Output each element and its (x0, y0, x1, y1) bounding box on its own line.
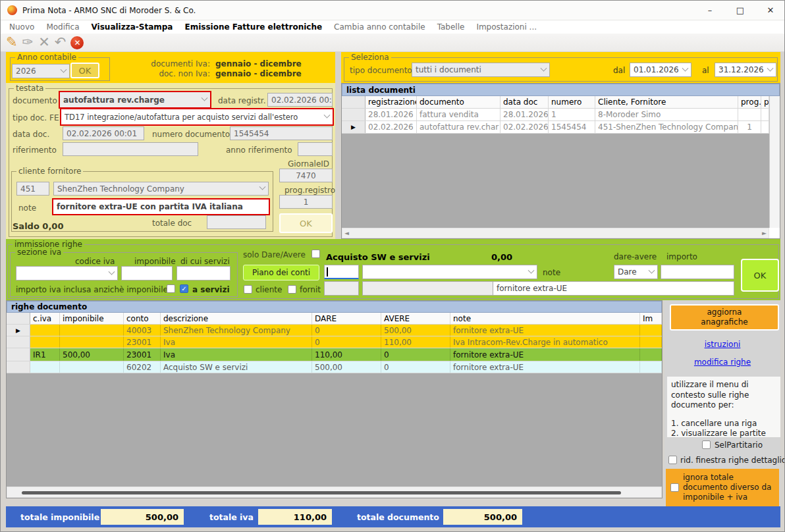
conto-amount-label: 0,00 (491, 252, 512, 262)
anno-ok-button[interactable]: OK (70, 63, 99, 78)
cliente-checkbox-label: cliente (256, 285, 282, 294)
delete-icon[interactable]: ✕ (38, 36, 50, 49)
chevron-down-icon (109, 268, 115, 275)
prog-registro-label: prog.registro (284, 186, 335, 195)
totale-iva-label: totale iva (209, 512, 254, 522)
edit-icon[interactable]: ✑ (22, 36, 34, 49)
menu-nuovo[interactable]: Nuovo (3, 22, 40, 32)
scroll-left-icon[interactable]: ◄ (344, 230, 349, 236)
dare-avere-dropdown[interactable]: Dare (614, 265, 658, 279)
numero-documento-field[interactable]: 1545454 (230, 126, 333, 140)
close-button[interactable]: ✕ (755, 1, 785, 20)
riferimento-label: riferimento (13, 146, 57, 155)
iva-inclusa-checkbox[interactable] (167, 284, 175, 293)
totale-iva-value: 110,00 (258, 509, 332, 525)
codice-iva-label: codice iva (75, 257, 115, 266)
tipo-documento-dropdown[interactable]: tutti i documenti (412, 63, 550, 77)
rid-finestra-checkbox[interactable] (668, 456, 677, 464)
solo-dare-avere-checkbox[interactable] (311, 250, 320, 258)
documento-dropdown[interactable]: autofattura rev.charge (60, 92, 210, 107)
table-row-highlighted[interactable]: IR1 500,00 23001 Iva 110,00 0 fornitore … (7, 348, 662, 361)
menu-bar: Nuovo Modifica Visualizza-Stampa Emissio… (1, 20, 785, 34)
sezione-iva-group: sezione iva codice iva imponibile di cui… (10, 252, 238, 297)
lista-vertical-scrollbar[interactable] (769, 96, 780, 228)
conto-code-input-2[interactable] (324, 281, 359, 296)
pencil-icon[interactable]: ✎ (6, 36, 18, 49)
info-item-2: 2. visualizzare le partite (671, 429, 776, 439)
giornale-id-label: GiornaleID (284, 159, 333, 169)
ignora-totale-checkbox[interactable] (670, 483, 679, 492)
table-row[interactable]: 60202 Acquisto SW e servizi 500,00 0 for… (7, 361, 662, 373)
doc-non-iva-label: doc. non Iva: (147, 69, 210, 78)
importo-label: importo (666, 252, 697, 261)
minimize-button[interactable]: – (695, 1, 725, 20)
cancel-icon[interactable]: ✕ (70, 36, 84, 49)
testata-ok-button[interactable]: OK (279, 213, 333, 233)
table-row[interactable]: ▶ 40003 ShenZhen Technology Company 0 50… (7, 325, 662, 336)
istruzioni-link[interactable]: istruzioni (664, 340, 780, 349)
piano-dei-conti-button[interactable]: Piano dei conti (243, 265, 319, 280)
fornit-checkbox-label: fornit (300, 285, 321, 294)
menu-impostazioni[interactable]: Impostazioni ... (470, 22, 543, 32)
righe-documento-header: righe documento (7, 301, 662, 313)
menu-cambia-anno[interactable]: Cambia anno contabile (328, 22, 431, 32)
scroll-right-icon[interactable]: ► (762, 230, 767, 236)
modifica-righe-link[interactable]: modifica righe (664, 358, 780, 367)
aggiorna-anagrafiche-button[interactable]: aggiorna anagrafiche (670, 304, 779, 331)
totale-imponibile-value: 500,00 (101, 509, 184, 525)
anno-contabile-legend: Anno contabile (15, 53, 78, 62)
menu-visualizza-stampa[interactable]: Visualizza-Stampa (86, 22, 179, 32)
documento-label: documento (13, 96, 57, 105)
table-row[interactable]: ▶ 02.02.2026 autofattura rev.char 02.02.… (342, 121, 769, 134)
a-servizi-checkbox[interactable]: ✓ (180, 284, 188, 293)
riferimento-field[interactable] (63, 142, 198, 156)
chevron-down-icon (528, 267, 535, 273)
totale-doc-field[interactable] (207, 215, 266, 229)
table-row[interactable]: 23001 Iva 0 110,00 Iva Intracom-Rev.Char… (7, 336, 662, 348)
menu-tabelle[interactable]: Tabelle (431, 22, 471, 32)
cliente-code-field[interactable]: 451 (16, 182, 49, 196)
toolbar: ✎ ✑ ✕ ↶ ✕ (1, 34, 785, 52)
al-date-dropdown[interactable]: 31.12.2026 (715, 63, 776, 77)
sel-partitario-label: SelPartitario (715, 440, 763, 450)
dal-date-dropdown[interactable]: 01.01.2026 (630, 63, 691, 77)
data-registr-field[interactable]: 02.02.2026 00:01 (267, 93, 333, 107)
right-sidebar: aggiorna anagrafiche istruzioni modifica… (664, 300, 780, 506)
anno-dropdown[interactable]: 2026 (12, 64, 70, 78)
di-cui-servizi-label: di cui servizi (180, 257, 230, 266)
conto-dropdown[interactable] (362, 265, 537, 279)
undo-icon[interactable]: ↶ (55, 36, 67, 49)
app-window: Prima Nota - ARMO SNC di Moroder S. & Co… (0, 0, 785, 532)
fornit-checkbox[interactable] (288, 285, 296, 294)
data-doc-field[interactable]: 02.02.2026 00:01 (63, 126, 144, 140)
righe-note-label: note (543, 268, 560, 277)
maximize-button[interactable]: □ (725, 1, 755, 20)
lista-documenti-header: lista documenti (342, 84, 780, 96)
lista-horizontal-scrollbar[interactable]: ◄ ► (342, 228, 769, 238)
cliente-dropdown[interactable]: ShenZhen Technology Company (53, 182, 269, 196)
righe-horizontal-scrollbar[interactable] (7, 487, 662, 498)
anno-riferimento-field[interactable] (298, 142, 333, 156)
di-cui-servizi-input[interactable] (176, 266, 230, 280)
testata-panel: testata documento autofattura rev.charge… (6, 83, 335, 239)
dare-avere-label: dare-avere (614, 252, 657, 261)
righe-note-input[interactable]: fornitore extra-UE (493, 281, 734, 296)
chevron-down-icon (767, 65, 774, 71)
menu-modifica[interactable]: Modifica (40, 22, 85, 32)
seleziona-legend: Seleziona (349, 53, 391, 62)
note-field[interactable]: fornitore extra-UE con partita IVA itali… (53, 200, 269, 214)
cliente-checkbox[interactable] (244, 285, 252, 294)
sel-partitario-checkbox[interactable] (702, 440, 711, 449)
imponibile-input[interactable] (121, 266, 173, 280)
testata-legend: testata (14, 84, 45, 93)
importo-input[interactable] (661, 265, 734, 279)
immissione-ok-button[interactable]: OK (741, 259, 779, 292)
data-registr-label: data registr. (218, 96, 265, 105)
tipo-doc-dropdown[interactable]: TD17 integrazione/autofattura per acquis… (61, 109, 333, 124)
conto-code-input[interactable] (324, 265, 359, 279)
scrollbar-thumb[interactable] (22, 491, 621, 494)
codice-iva-dropdown[interactable] (16, 266, 118, 280)
al-label: al (702, 66, 709, 75)
table-row[interactable]: 28.01.2026 fattura vendita 28.01.2026 1 … (342, 109, 769, 121)
menu-emissione-fatture[interactable]: Emissione Fatture elettroniche (178, 22, 328, 32)
